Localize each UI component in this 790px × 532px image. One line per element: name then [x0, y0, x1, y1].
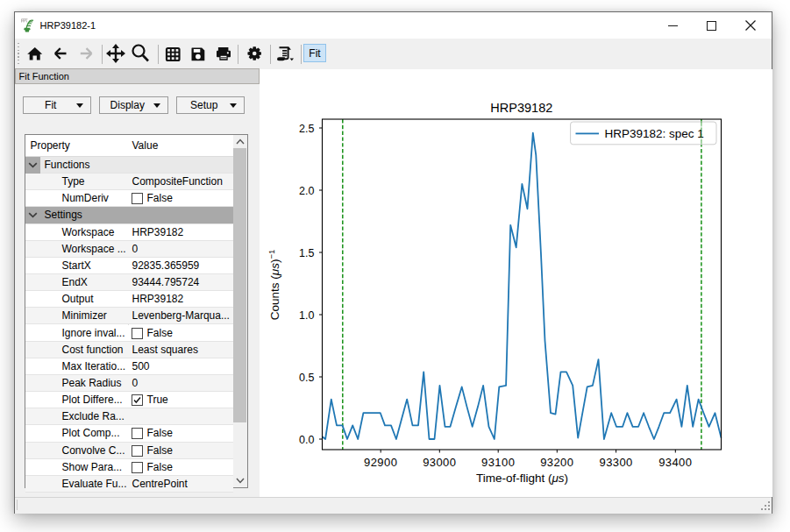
svg-text:93300: 93300	[599, 456, 632, 469]
svg-text:92900: 92900	[364, 456, 397, 469]
svg-text:93100: 93100	[481, 456, 515, 469]
svg-text:0.0: 0.0	[299, 434, 314, 446]
svg-text:2.0: 2.0	[299, 185, 314, 197]
svg-text:1.5: 1.5	[299, 247, 314, 259]
svg-text:1.0: 1.0	[299, 309, 314, 322]
svg-text:HRP39182: spec 1: HRP39182: spec 1	[604, 127, 703, 140]
svg-text:93200: 93200	[540, 456, 573, 469]
svg-text:93400: 93400	[658, 456, 692, 469]
svg-text:HRP39182: HRP39182	[490, 101, 552, 115]
svg-text:0.5: 0.5	[299, 372, 314, 384]
svg-text:Counts (μs)−1: Counts (μs)−1	[266, 250, 281, 321]
svg-text:93000: 93000	[423, 456, 456, 469]
svg-text:2.5: 2.5	[299, 123, 314, 135]
svg-text:Time-of-flight (μs): Time-of-flight (μs)	[475, 472, 567, 485]
